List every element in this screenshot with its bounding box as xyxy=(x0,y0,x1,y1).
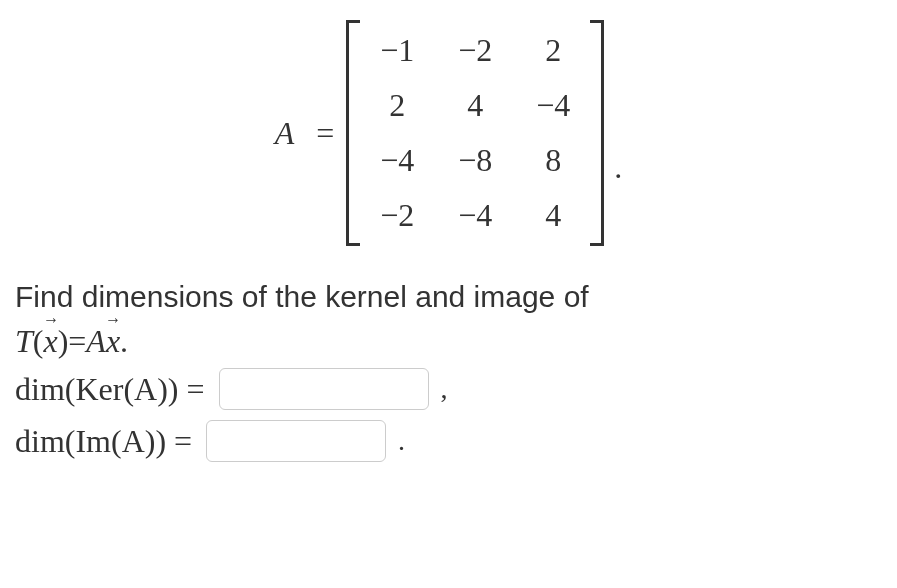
A-var: A xyxy=(122,423,145,459)
dim-im-label: dim(Im(A)) = xyxy=(15,423,192,460)
dim-text: dim xyxy=(15,423,65,459)
period: . xyxy=(398,425,405,457)
equals-sign: = xyxy=(316,115,334,152)
eq-sign: = xyxy=(68,323,86,360)
ker-row: dim(Ker(A)) = , xyxy=(15,368,882,410)
im-row: dim(Im(A)) = . xyxy=(15,420,882,462)
matrix-cell: 4 xyxy=(450,87,500,124)
matrix-equation: A = −1 −2 2 2 4 −4 −4 −8 8 −2 −4 4 . xyxy=(15,20,882,246)
matrix-cell: 4 xyxy=(528,197,578,234)
im-input[interactable] xyxy=(206,420,386,462)
paren: ( xyxy=(111,423,122,459)
paren: ( xyxy=(65,371,76,407)
matrix-cell: 2 xyxy=(528,32,578,69)
matrix-cell: −4 xyxy=(372,142,422,179)
matrix-A: A xyxy=(86,323,106,360)
paren: ( xyxy=(65,423,76,459)
paren-close: )) xyxy=(145,423,166,459)
A-var: A xyxy=(134,371,157,407)
matrix-cell: −2 xyxy=(450,32,500,69)
matrix: −1 −2 2 2 4 −4 −4 −8 8 −2 −4 4 xyxy=(346,20,604,246)
matrix-cell: −2 xyxy=(372,197,422,234)
right-bracket xyxy=(590,20,604,246)
question-text: Find dimensions of the kernel and image … xyxy=(15,276,882,318)
ker-text: Ker xyxy=(75,371,123,407)
matrix-lhs: A xyxy=(275,115,295,152)
paren: ( xyxy=(123,371,134,407)
paren-close: )) xyxy=(157,371,178,407)
matrix-cell: −8 xyxy=(450,142,500,179)
matrix-cell: −1 xyxy=(372,32,422,69)
transform-T: T xyxy=(15,323,33,360)
equation-period: . xyxy=(614,149,622,186)
eq: = xyxy=(166,423,192,459)
matrix-cell: −4 xyxy=(528,87,578,124)
transform-definition: T ( x ) = A x . xyxy=(15,323,882,360)
left-bracket xyxy=(346,20,360,246)
transform-period: . xyxy=(120,323,128,360)
vector-x2: x xyxy=(106,323,120,360)
matrix-cell: 8 xyxy=(528,142,578,179)
paren-open: ( xyxy=(33,323,44,360)
im-text: Im xyxy=(75,423,111,459)
matrix-cell: 2 xyxy=(372,87,422,124)
dim-ker-label: dim(Ker(A)) = xyxy=(15,371,205,408)
matrix-body: −1 −2 2 2 4 −4 −4 −8 8 −2 −4 4 xyxy=(360,20,590,246)
vector-x: x xyxy=(43,323,57,360)
comma: , xyxy=(441,373,448,405)
matrix-cell: −4 xyxy=(450,197,500,234)
dim-text: dim xyxy=(15,371,65,407)
eq: = xyxy=(178,371,204,407)
paren-close: ) xyxy=(58,323,69,360)
ker-input[interactable] xyxy=(219,368,429,410)
